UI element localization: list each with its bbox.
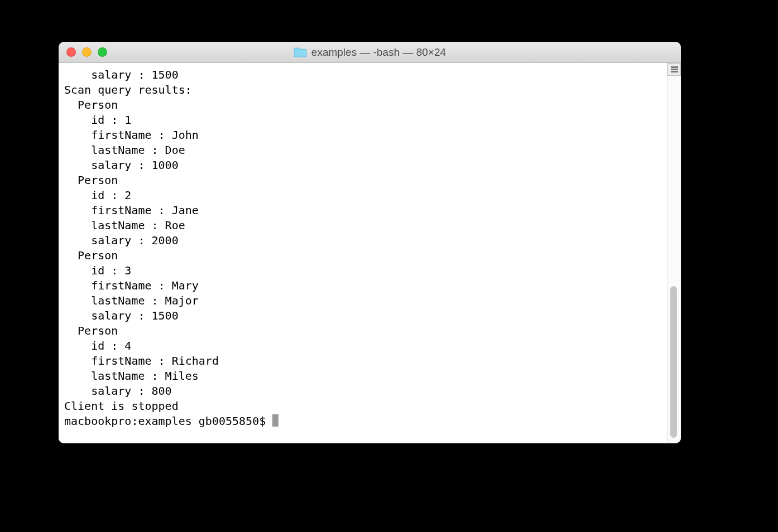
svg-rect-2 — [671, 71, 678, 72]
terminal-window: examples — -bash — 80×24 salary : 1500 S… — [59, 42, 681, 443]
scrollbar-menu-icon[interactable] — [667, 63, 681, 76]
scrollbar[interactable] — [667, 63, 681, 443]
terminal-body-wrap: salary : 1500 Scan query results: Person… — [59, 63, 681, 443]
minimize-icon[interactable] — [82, 47, 92, 57]
traffic-lights — [66, 47, 107, 57]
terminal-output[interactable]: salary : 1500 Scan query results: Person… — [59, 63, 667, 443]
terminal-prompt[interactable]: macbookpro:examples gb0055850$ — [64, 414, 272, 428]
cursor-icon — [272, 414, 278, 427]
window-title-wrap: examples — -bash — 80×24 — [59, 46, 681, 59]
svg-rect-0 — [671, 66, 678, 68]
window-titlebar[interactable]: examples — -bash — 80×24 — [59, 42, 681, 63]
svg-rect-1 — [671, 69, 678, 70]
window-title: examples — -bash — 80×24 — [311, 46, 446, 59]
scrollbar-thumb[interactable] — [670, 286, 677, 438]
zoom-icon[interactable] — [98, 47, 107, 57]
folder-icon — [294, 47, 307, 57]
close-icon[interactable] — [66, 47, 76, 57]
